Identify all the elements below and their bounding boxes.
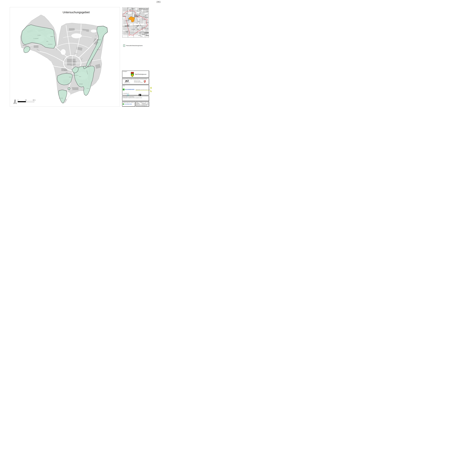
- daten-line1: Datengrundlagen zur Kartenerstellung:: [123, 96, 149, 97]
- svg-text:BÖRSTE: BÖRSTE: [134, 13, 137, 13]
- svg-text:CASTROP: CASTROP: [144, 32, 149, 34]
- svg-text:10: 10: [140, 25, 141, 26]
- svg-text:9: 9: [136, 27, 136, 28]
- main-map: Im Hegedeel Stadtgarten Tennisplätze The…: [10, 7, 119, 106]
- city-fabric: Im Hegedeel Stadtgarten Tennisplätze The…: [20, 15, 108, 103]
- geskes-hack-logo: geskes.hack Landschaftsarchitekten GmbH: [136, 89, 150, 90]
- svg-text:ERKENSCHWICK: ERKENSCHWICK: [141, 16, 147, 17]
- overview-inset-map: 225 E34 2109 242511 OER-ERKENSCHWICK REC…: [122, 8, 149, 38]
- svg-text:HABIN: HABIN: [146, 29, 149, 29]
- bearbeitet-text: Bearbeitet: August 2023 / Gasowski: [123, 102, 134, 103]
- svg-text:HORNEBURG: HORNEBURG: [144, 17, 148, 18]
- main-map-panel: Im Hegedeel Stadtgarten Tennisplätze The…: [10, 7, 120, 106]
- bearbeitet-box: Bearbeitet: August 2023 / Gasowski GELSE…: [122, 101, 135, 106]
- svg-text:RÖLLING-: RÖLLING-: [142, 27, 145, 27]
- ptj-logo: ptJ Projektträger Jülich Forschungszentr…: [123, 80, 131, 83]
- svg-text:HOCHLAR-: HOCHLAR-: [125, 31, 129, 31]
- svg-text:SUDERWICH: SUDERWICH: [142, 19, 146, 20]
- svg-text:Stadthaus: Stadthaus: [69, 77, 72, 77]
- svg-text:Prosper-Hospital: Prosper-Hospital: [59, 98, 63, 98]
- scale-bar: 0 250 500 m: [17, 99, 38, 103]
- svg-text:E34: E34: [137, 26, 138, 26]
- svg-text:RAPEN: RAPEN: [146, 11, 149, 12]
- svg-text:11: 11: [128, 19, 129, 19]
- svg-text:Gymn. Petrinum: Gymn. Petrinum: [64, 70, 68, 71]
- svg-text:OER-ERKENSCHWICK: OER-ERKENSCHWICK: [139, 8, 149, 9]
- top4-tag: TOP 4: [156, 1, 160, 3]
- legend-label: Potenzielle Betrachtungsräume: [126, 45, 143, 46]
- svg-text:Bhf: Bhf: [96, 36, 97, 36]
- foerderung-box: Förderung im Rahmen des Projektes "Klima…: [122, 78, 149, 84]
- svg-text:PÖPPING-: PÖPPING-: [141, 29, 143, 29]
- svg-text:Kreishaus: Kreishaus: [87, 88, 89, 89]
- svg-text:Kollegschulen: Kollegschulen: [97, 49, 100, 50]
- svg-text:ALT-OER: ALT-OER: [137, 14, 140, 14]
- svg-text:500 m: 500 m: [33, 99, 36, 101]
- svg-text:KÖNIG: KÖNIG: [137, 29, 139, 29]
- svg-text:BLADEN-: BLADEN-: [146, 31, 148, 31]
- svg-text:ESSEL: ESSEL: [142, 18, 144, 19]
- legend: Potenzielle Betrachtungsräume: [123, 44, 148, 47]
- gelsenwasser-logo-small: GELSENWASSER: [123, 103, 134, 105]
- gelsenwasser-icon: [123, 103, 124, 105]
- svg-text:225: 225: [128, 20, 129, 20]
- svg-text:HILLEN: HILLEN: [137, 21, 140, 22]
- svg-text:HAUSEN: HAUSEN: [138, 35, 141, 36]
- recklinghausen-coat-of-arms-icon: [131, 72, 134, 77]
- svg-text:250: 250: [25, 99, 27, 101]
- svg-text:HORN: HORN: [132, 13, 134, 14]
- ptj-caption-1: Projektträger Jülich: [123, 82, 131, 83]
- svg-text:St.-Petrus-Kirche: St.-Petrus-Kirche: [73, 61, 77, 62]
- svg-text:HOCHLAR: HOCHLAR: [126, 20, 129, 21]
- daten-line2: Auswertungen und Ergebnisse der bisher d…: [123, 97, 149, 98]
- auftraggeber-box: Auftraggeber: Stadt Recklinghausen: [122, 71, 149, 78]
- svg-text:Dr.-Helene-Kuhlmann-Park: Dr.-Helene-Kuhlmann-Park: [73, 75, 79, 76]
- auftraggeber-value: Stadt Recklinghausen: [135, 74, 147, 75]
- kooperation-label: In Kooperation mit:: [123, 93, 149, 94]
- svg-text:Marl-Sinsen: Marl-Sinsen: [128, 9, 131, 10]
- svg-text:RAUXE: RAUXE: [146, 35, 149, 36]
- datengrundlagen-box: Datengrundlagen zur Kartenerstellung: Au…: [122, 96, 149, 101]
- svg-text:GRULLBAD: GRULLBAD: [132, 29, 135, 30]
- svg-text:Klinikum Vest: Klinikum Vest: [23, 45, 26, 46]
- ptj-caption-2: Forschungszentrum Jülich: [123, 83, 131, 83]
- svg-text:LUDWIG: LUDWIG: [137, 30, 139, 30]
- svg-text:BUSCH: BUSCH: [127, 25, 129, 26]
- svg-text:SIEDLUNG: SIEDLUNG: [132, 9, 134, 9]
- svg-text:Ruhrfestspielhaus: Ruhrfestspielhaus: [48, 44, 52, 45]
- planer-box: Planer: GELSENWASSER geskes.hack Landsch…: [122, 85, 149, 95]
- svg-text:Stadtgarten: Stadtgarten: [50, 36, 54, 37]
- svg-text:HAUSEN: HAUSEN: [142, 27, 145, 28]
- svg-text:BOCK-: BOCK-: [126, 13, 128, 14]
- svg-text:BÖRNIG: BÖRNIG: [140, 36, 143, 37]
- svg-text:Vestische Arena: Vestische Arena: [97, 39, 101, 39]
- svg-text:BECK: BECK: [127, 8, 129, 8]
- page-title: Untersuchungsgebiet: [59, 11, 93, 14]
- svg-text:Theater: Theater: [46, 41, 48, 42]
- ministerium-text: Ministerium für Umwelt, Naturschutz und …: [134, 80, 143, 83]
- foerderung-title: Förderung im Rahmen des Projektes "Klima…: [123, 79, 149, 79]
- svg-text:Sporthalle: Sporthalle: [96, 43, 99, 43]
- legend-swatch: [123, 44, 125, 47]
- ptj-mark: ptJ: [123, 80, 131, 82]
- svg-text:HORST-: HORST-: [139, 33, 141, 33]
- svg-text:L522: L522: [129, 10, 131, 11]
- svg-text:MARK: MARK: [126, 32, 128, 32]
- svg-text:Im Hegedeel: Im Hegedeel: [34, 38, 38, 39]
- svg-text:25: 25: [146, 34, 147, 34]
- auftraggeber-label: Auftraggeber:: [123, 71, 149, 72]
- svg-text:HENRIC: HENRIC: [146, 22, 149, 23]
- north-arrow-icon: [13, 99, 17, 104]
- svg-text:Fußgängerzone: Fußgängerzone: [70, 65, 74, 66]
- svg-text:L610: L610: [139, 17, 140, 17]
- planer-label: Planer:: [123, 85, 149, 86]
- svg-text:Fußgängerzone: Fußgängerzone: [68, 56, 72, 57]
- gelsenwasser-icon: [123, 89, 125, 91]
- svg-text:HAUSEN: HAUSEN: [134, 16, 139, 17]
- gelsenwasser-wordmark: GELSENWASSER: [124, 104, 132, 105]
- svg-text:SIEPEN: SIEPEN: [136, 11, 138, 11]
- svg-text:0: 0: [18, 99, 18, 101]
- gelsenwasser-logo: GELSENWASSER: [123, 89, 134, 91]
- svg-text:L645: L645: [145, 28, 146, 29]
- svg-text:HER-Börnig: HER-Börnig: [143, 34, 145, 35]
